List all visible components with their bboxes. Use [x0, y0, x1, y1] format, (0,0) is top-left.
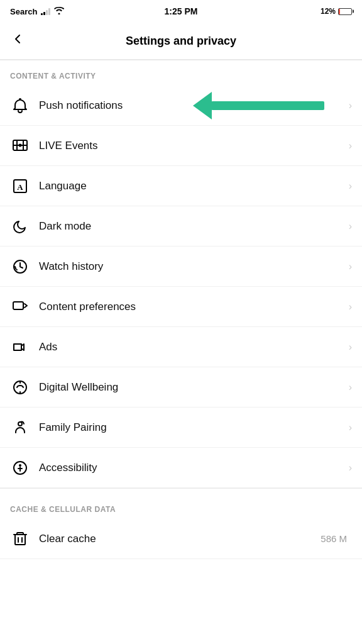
signal-icon — [41, 8, 50, 15]
clear-cache-icon — [10, 529, 30, 549]
menu-item-live-events[interactable]: LIVE Events › — [0, 126, 362, 166]
status-time: 1:25 PM — [165, 6, 198, 16]
language-icon: A — [10, 176, 30, 196]
battery-icon — [338, 8, 352, 15]
family-pairing-icon — [10, 418, 30, 438]
chevron-icon: › — [349, 180, 352, 192]
svg-point-1 — [19, 143, 22, 147]
accessibility-label: Accessibility — [39, 462, 349, 474]
back-button[interactable] — [10, 29, 30, 53]
section-content-activity: CONTENT & ACTIVITY Push notifications › … — [0, 60, 362, 488]
menu-item-ads[interactable]: Ads › — [0, 327, 362, 367]
section-header-content-activity: CONTENT & ACTIVITY — [0, 60, 362, 86]
status-bar: Search 1:25 PM 12% — [0, 0, 362, 23]
ads-label: Ads — [39, 341, 349, 353]
menu-item-language[interactable]: A Language › — [0, 166, 362, 206]
menu-item-content-preferences[interactable]: Content preferences › — [0, 287, 362, 327]
dark-mode-label: Dark mode — [39, 220, 349, 233]
language-label: Language — [39, 180, 349, 192]
menu-item-clear-cache[interactable]: Clear cache 586 M — [0, 519, 362, 559]
wifi-icon — [54, 7, 64, 16]
content-preferences-icon — [10, 297, 30, 317]
menu-item-watch-history[interactable]: Watch history › — [0, 247, 362, 287]
clear-cache-value: 586 M — [321, 533, 347, 544]
ads-icon — [10, 337, 30, 357]
svg-rect-14 — [15, 535, 25, 545]
digital-wellbeing-icon — [10, 377, 30, 397]
status-battery: 12% — [321, 7, 352, 16]
section-header-cache-cellular: CACHE & CELLULAR DATA — [0, 494, 362, 519]
chevron-icon: › — [349, 221, 352, 232]
chevron-icon: › — [349, 301, 352, 313]
family-pairing-label: Family Pairing — [39, 421, 349, 434]
content-preferences-label: Content preferences — [39, 301, 349, 313]
svg-point-11 — [19, 464, 21, 467]
dark-mode-icon — [10, 216, 30, 236]
chevron-icon: › — [349, 140, 352, 152]
chevron-icon: › — [349, 100, 352, 111]
accessibility-icon — [10, 458, 30, 478]
nav-bar: Settings and privacy — [0, 23, 362, 60]
svg-rect-5 — [13, 302, 23, 309]
page-title: Settings and privacy — [126, 35, 236, 48]
section-divider — [0, 488, 362, 489]
clear-cache-label: Clear cache — [39, 533, 321, 545]
chevron-icon: › — [349, 422, 352, 433]
chevron-icon: › — [349, 382, 352, 393]
menu-item-family-pairing[interactable]: Family Pairing › — [0, 408, 362, 448]
live-events-label: LIVE Events — [39, 140, 349, 152]
live-events-icon — [10, 136, 30, 156]
chevron-icon: › — [349, 341, 352, 353]
watch-history-icon — [10, 257, 30, 277]
svg-marker-6 — [14, 344, 21, 350]
svg-text:A: A — [17, 182, 23, 192]
chevron-icon: › — [349, 462, 352, 474]
digital-wellbeing-label: Digital Wellbeing — [39, 381, 349, 394]
push-notifications-label: Push notifications — [39, 99, 349, 112]
section-cache-cellular: CACHE & CELLULAR DATA Clear cache 586 M — [0, 494, 362, 559]
status-carrier: Search — [10, 7, 64, 16]
push-notifications-icon — [10, 96, 30, 116]
menu-item-digital-wellbeing[interactable]: Digital Wellbeing › — [0, 367, 362, 408]
menu-item-dark-mode[interactable]: Dark mode › — [0, 206, 362, 247]
watch-history-label: Watch history — [39, 260, 349, 273]
chevron-icon: › — [349, 261, 352, 272]
menu-item-accessibility[interactable]: Accessibility › — [0, 448, 362, 488]
menu-item-push-notifications[interactable]: Push notifications › — [0, 86, 362, 126]
